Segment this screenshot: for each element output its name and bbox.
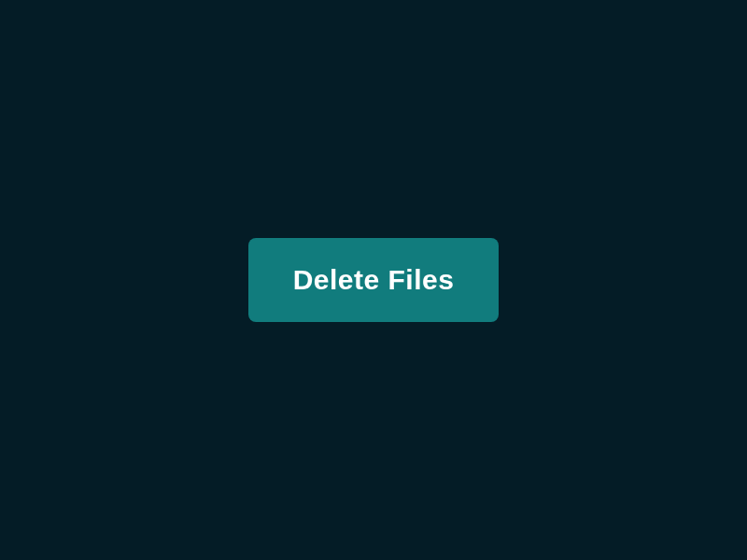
delete-files-button[interactable]: Delete Files (248, 238, 500, 322)
